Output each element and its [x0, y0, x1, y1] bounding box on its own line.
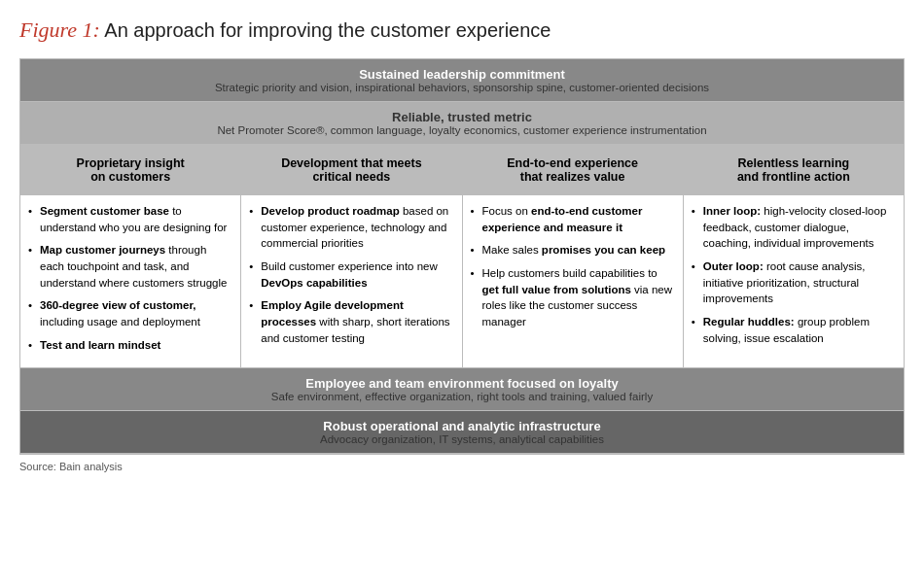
col-proprietary-header: Proprietary insighton customers [20, 145, 240, 195]
employee-title: Employee and team environment focused on… [32, 376, 892, 391]
operational-row: Robust operational and analytic infrastr… [20, 411, 904, 454]
col-development-header: Development that meetscritical needs [241, 145, 461, 195]
list-item: Inner loop: high-velocity closed-loop fe… [692, 203, 896, 252]
col-relentless: Relentless learningand frontline action … [684, 145, 904, 367]
diagram: Sustained leadership commitment Strategi… [19, 58, 905, 455]
employee-subtitle: Safe environment, effective organization… [32, 391, 892, 402]
list-item: Segment customer base to understand who … [28, 203, 232, 235]
list-item: Map customer journeys through each touch… [28, 242, 232, 291]
col-proprietary: Proprietary insighton customers Segment … [20, 145, 241, 367]
leadership-title: Sustained leadership commitment [32, 67, 892, 82]
list-item: Build customer experience into new DevOp… [249, 259, 453, 291]
list-item: Make sales promises you can keep [471, 242, 675, 259]
source: Source: Bain analysis [19, 461, 905, 472]
col-relentless-header: Relentless learningand frontline action [684, 145, 904, 195]
columns-section: Proprietary insighton customers Segment … [20, 145, 904, 368]
list-item: 360-degree view of customer, including u… [28, 297, 232, 329]
list-item: Focus on end-to-end customer experience … [471, 203, 675, 235]
leadership-row: Sustained leadership commitment Strategi… [20, 59, 904, 102]
list-item: Help customers build capabilities to get… [471, 265, 675, 330]
figure-title-text: An approach for improving the customer e… [100, 19, 551, 41]
figure-label: Figure 1: [19, 17, 100, 42]
list-item: Test and learn mindset [28, 337, 232, 354]
metric-title: Reliable, trusted metric [32, 110, 892, 124]
col-endtoend: End-to-end experiencethat realizes value… [463, 145, 684, 367]
list-item: Outer loop: root cause analysis, initiat… [692, 259, 896, 307]
col-endtoend-header: End-to-end experiencethat realizes value [463, 145, 683, 195]
list-item: Regular huddles: group problem solving, … [692, 314, 896, 346]
col-development: Development that meetscritical needs Dev… [241, 145, 462, 367]
col-relentless-body: Inner loop: high-velocity closed-loop fe… [684, 195, 904, 361]
col-endtoend-body: Focus on end-to-end customer experience … [463, 195, 683, 345]
metric-row: Reliable, trusted metric Net Promoter Sc… [20, 102, 904, 145]
figure-title: Figure 1: An approach for improving the … [19, 17, 905, 43]
list-item: Employ Agile development processes with … [249, 297, 453, 346]
list-item: Develop product roadmap based on custome… [249, 203, 453, 252]
operational-subtitle: Advocacy organization, IT systems, analy… [32, 433, 892, 445]
employee-row: Employee and team environment focused on… [20, 368, 904, 411]
col-development-body: Develop product roadmap based on custome… [241, 195, 461, 361]
leadership-subtitle: Strategic priority and vision, inspirati… [32, 82, 892, 93]
col-proprietary-body: Segment customer base to understand who … [20, 195, 240, 367]
metric-subtitle: Net Promoter Score®, common language, lo… [32, 124, 892, 136]
operational-title: Robust operational and analytic infrastr… [32, 419, 892, 433]
